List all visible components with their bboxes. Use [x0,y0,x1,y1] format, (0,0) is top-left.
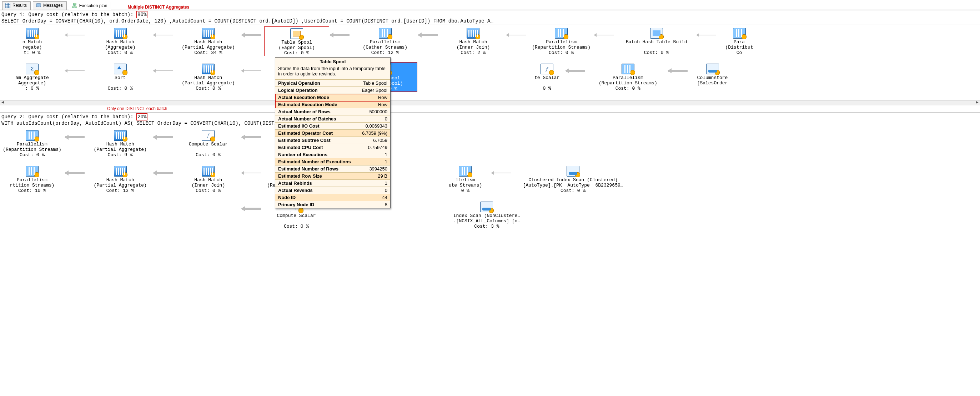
plan-arrow [330,30,352,40]
op-hash-match-partial-aggregate[interactable]: Hash Match(Partial Aggregate)Cost: 13 % [88,164,153,193]
tooltip-row-key: Estimated Execution Mode [275,101,357,108]
op-compute-scalar[interactable]: Compute ScalarCost: 0 % [176,129,240,158]
operator-tooltip: Table Spool Stores the data from the inp… [275,57,391,208]
table-spool-icon [290,28,303,39]
tooltip-row-key: Actual Execution Mode [275,94,357,101]
svg-rect-0 [5,3,10,8]
op-hash-match-inner-join[interactable]: Hash Match(Inner Join)Cost: 0 % [176,164,240,193]
hash-match-icon [202,166,215,177]
tooltip-row-key: Physical Operation [275,80,357,87]
op-hash-match-partial-aggregate[interactable]: Hash Match(Partial Aggregate)Cost: 34 % [176,26,240,55]
tab-results-label: Results [13,3,27,8]
op-table-spool-eager[interactable]: Table Spool(Eager Spool)Cost: 0 % [264,26,329,56]
op-columnstore[interactable]: Columnstore[SalesOrder [691,62,734,86]
op-stream-aggregate[interactable]: am AggregateAggregate): 0 % [0,62,64,91]
tooltip-row-key: Estimated Number of Rows [275,166,357,172]
annotation-multiple-distinct: Multiple DISTINCT Aggregates [127,5,189,10]
tooltip-row-key: Estimated Subtree Cost [275,137,357,144]
op-parallelism-repartition[interactable]: Parallelismrtition Streams)Cost: 10 % [0,164,64,193]
tooltip-row-key: Node ID [275,194,357,201]
tooltip-row-key: Estimated Number of Executions [275,158,357,166]
plan-arrow [65,66,87,76]
tooltip-row-key: Estimated Operator Cost [275,130,357,137]
op-parallelism-repartition[interactable]: Parallelism(Repartition Streams)Cost: 0 … [529,26,593,55]
tab-messages-label: Messages [43,3,63,8]
tab-messages[interactable]: Messages [33,2,67,10]
tooltip-title: Table Spool [275,57,390,66]
tooltip-row: Estimated Number of Executions1 [275,158,390,166]
parallelism-icon [379,28,391,38]
tooltip-row-key: Actual Number of Batches [275,115,357,123]
tooltip-row-key: Actual Rewinds [275,187,357,194]
tooltip-row: Actual Number of Rows5000000 [275,108,390,115]
tab-plan-label: Execution plan [79,3,107,8]
query2-cost-prefix: Query 2: Query cost (relative to the bat… [2,114,134,120]
tooltip-row-value: Eager Spool [357,87,390,94]
op-sort[interactable]: SortCost: 0 % [88,62,153,91]
tooltip-row-key: Estimated Row Size [275,172,357,180]
clustered-index-scan-icon [566,166,579,177]
op-hash-match-partial-aggregate[interactable]: Hash Match(Partial Aggregate)Cost: 0 % [176,62,240,91]
query1-sql: SELECT OrderDay = CONVERT(CHAR(10), ord.… [2,18,493,24]
op-nonclustered-index-scan[interactable]: Index Scan (NonClustere….[NCSIX_ALL_Colu… [440,200,533,229]
tooltip-properties-table: Physical OperationTable SpoolLogical Ope… [275,79,390,208]
tooltip-row: Estimated CPU Cost0.759749 [275,144,390,151]
op-compute-scalar[interactable]: te Scalar0 % [529,62,565,91]
tooltip-row-value: 1 [357,158,390,166]
tooltip-row-value: 1 [357,151,390,158]
op-clustered-index-scan[interactable]: Clustered Index Scan (Clustered)[AutoTyp… [514,164,632,193]
tooltip-row: Node ID44 [275,194,390,201]
results-tabbar: Results Messages Execution plan Multiple… [0,0,980,10]
plan-arrow [242,132,263,142]
query2-plan[interactable]: Parallelism(Repartition Streams)Cost: 0 … [0,127,980,235]
op-hash-match-aggregate[interactable]: n Matchregate)t: 0 % [0,26,64,55]
query2-cost-value: 20% [136,113,148,120]
svg-rect-4 [75,6,77,8]
plan-arrow [668,66,690,76]
tooltip-row-value: 0 [357,115,390,123]
plan-arrow [65,132,87,142]
tooltip-row-value: 0 [357,187,390,194]
tooltip-row: Physical OperationTable Spool [275,80,390,87]
plan-arrow [154,168,175,178]
op-hash-match-aggregate[interactable]: Hash Match(Aggregate)Cost: 0 % [88,26,153,55]
plan-arrow [154,66,175,76]
tooltip-row: Estimated Subtree Cost6.7059 [275,137,390,144]
op-parallelism-distribute[interactable]: llelismute Streams)0 % [440,164,490,193]
parallelism-icon [459,166,472,177]
tab-execution-plan[interactable]: Execution plan [69,2,111,10]
parallelism-icon [733,28,746,38]
compute-scalar-icon [202,130,215,141]
query1-plan[interactable]: n Matchregate)t: 0 % Hash Match(Aggregat… [0,25,980,100]
query1-header: Query 1: Query cost (relative to the bat… [0,10,980,25]
op-hash-match-partial-aggregate[interactable]: Hash Match(Partial Aggregate)Cost: 9 % [88,129,153,158]
op-parallelism-repartition[interactable]: Parallelism(Repartition Streams)Cost: 0 … [589,62,667,91]
tooltip-row-key: Primary Node ID [275,201,357,208]
stream-aggregate-icon [26,64,38,74]
op-parallelism-repartition[interactable]: Parallelism(Repartition Streams)Cost: 0 … [0,129,64,158]
tooltip-row-value: Row [357,101,390,108]
tooltip-row: Actual Number of Batches0 [275,115,390,123]
tooltip-row: Logical OperationEager Spool [275,87,390,94]
query1-hscrollbar[interactable] [0,100,980,105]
tooltip-description: Stores the data from the input into a te… [275,66,390,79]
plan-arrow [242,30,263,40]
plan-arrow [65,168,87,178]
tab-results[interactable]: Results [2,2,31,10]
parallelism-icon [26,130,38,141]
op-parallelism-gather[interactable]: Parallelism(Gather Streams)Cost: 12 % [353,26,417,55]
query1-cost-prefix: Query 1: Query cost (relative to the bat… [2,12,134,18]
plan-arrow [507,30,528,40]
tooltip-row-value: 3994250 [357,166,390,172]
plan-arrow [242,168,263,178]
op-batch-hash-table-build[interactable]: Batch Hash Table BuildCost: 0 % [617,26,696,55]
svg-rect-3 [72,6,74,8]
tooltip-row-value: 6.7059 [357,137,390,144]
message-icon [36,3,41,8]
plan-arrow [697,30,718,40]
op-hash-match-inner-join[interactable]: Hash Match(Inner Join)Cost: 2 % [441,26,505,55]
op-parallelism-distribute[interactable]: Para(DistributCo [720,26,759,55]
index-scan-icon [480,201,493,212]
plan-arrow [242,66,263,76]
compute-scalar-icon [541,64,554,74]
